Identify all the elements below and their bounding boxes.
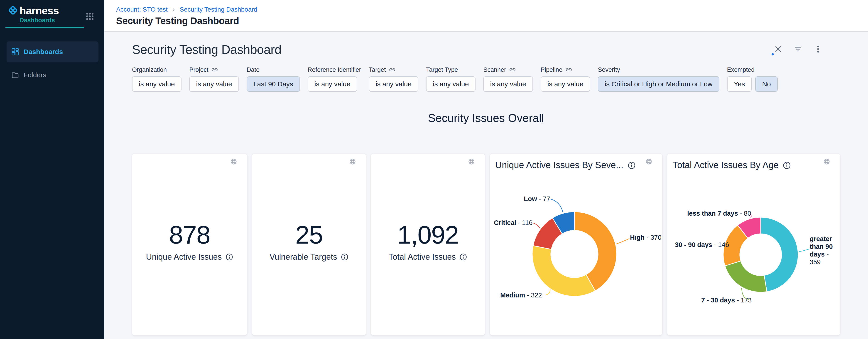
filter-label: Organization (132, 66, 167, 73)
sidebar-item-label: Folders (24, 71, 46, 79)
folder-icon (11, 72, 19, 79)
filter-exempted: Exempted Yes No (727, 66, 778, 92)
close-icon[interactable] (774, 45, 783, 54)
sidebar-divider (5, 27, 84, 28)
app-window: harness Dashboards (0, 0, 868, 339)
filter-label: Reference Identifier (308, 66, 361, 73)
filter-project: Project is any value (189, 66, 239, 92)
main-area: Account: STO test › Security Testing Das… (104, 0, 868, 339)
filter-chip-pipeline[interactable]: is any value (540, 76, 590, 92)
stat-value: 1,092 (397, 221, 459, 249)
stat-card-vulnerable-targets: 25 Vulnerable Targets (252, 153, 366, 335)
filter-chip-severity[interactable]: is Critical or High or Medium or Low (598, 76, 719, 92)
chart-card-age: Total Active Issues By Age less than 7 d… (667, 153, 840, 335)
filter-icon[interactable] (794, 45, 803, 54)
breadcrumb-current-link[interactable]: Security Testing Dashboard (180, 6, 257, 13)
stat-label: Vulnerable Targets (270, 252, 337, 262)
filter-label: Project (189, 66, 208, 73)
filter-label: Scanner (483, 66, 506, 73)
filter-chip-target[interactable]: is any value (369, 76, 418, 92)
harness-logo-icon (7, 4, 19, 16)
logo-row: harness Dashboards (0, 0, 104, 24)
sidebar-nav: Dashboards Folders (0, 41, 104, 85)
info-icon[interactable] (341, 253, 348, 261)
filter-chip-date[interactable]: Last 90 Days (247, 76, 300, 92)
info-icon[interactable] (225, 253, 233, 261)
slice-label-less-than-7-days: less than 7 days - 80 (687, 209, 751, 217)
slice-label-30-90-days: 30 - 90 days - 146 (675, 241, 729, 249)
globe-icon[interactable] (349, 158, 356, 165)
slice-label-greater-than-90-days: greater than 90 days - 359 (810, 235, 837, 266)
filter-chip-scanner[interactable]: is any value (483, 76, 533, 92)
sidebar-item-label: Dashboards (24, 48, 63, 56)
stat-card-total-active-issues: 1,092 Total Active Issues (371, 153, 485, 335)
filter-bar: Organization is any value Project is any… (132, 66, 868, 92)
breadcrumb: Account: STO test › Security Testing Das… (116, 5, 868, 13)
sidebar: harness Dashboards (0, 0, 104, 339)
dashboard-content: Security Testing Dashboard Organization … (104, 32, 868, 339)
filter-chip-project[interactable]: is any value (189, 76, 239, 92)
filter-chip-reference-identifier[interactable]: is any value (308, 76, 357, 92)
stat-label: Total Active Issues (389, 252, 456, 262)
section-title: Security Issues Overall (132, 112, 840, 124)
filter-organization: Organization is any value (132, 66, 182, 92)
filter-label: Exempted (727, 66, 755, 73)
breadcrumb-separator: › (173, 5, 175, 13)
filter-target: Target is any value (369, 66, 418, 92)
filter-label: Date (247, 66, 259, 73)
filter-label: Target Type (426, 66, 458, 73)
cards-row: 878 Unique Active Issues 25 Vulnerable T… (132, 153, 868, 335)
panel-actions (774, 45, 823, 54)
link-icon (389, 66, 396, 73)
pointer-dot (772, 53, 774, 55)
app-grid-icon[interactable] (86, 12, 94, 21)
sidebar-item-dashboards[interactable]: Dashboards (7, 41, 98, 62)
filter-date: Date Last 90 Days (247, 66, 300, 92)
link-icon (509, 66, 516, 73)
chart-card-severity: Unique Active Issues By Seve... Low - 77… (490, 153, 662, 335)
kebab-menu-icon[interactable] (813, 45, 823, 54)
link-icon (566, 66, 572, 73)
dashboards-icon (11, 48, 19, 55)
filter-chip-exempted-yes[interactable]: Yes (727, 76, 752, 92)
filter-chip-organization[interactable]: is any value (132, 76, 182, 92)
slice-label-low: Low - 77 (524, 195, 550, 203)
link-icon (212, 66, 218, 73)
page-title: Security Testing Dashboard (116, 16, 868, 26)
slice-label-critical: Critical - 116 (494, 219, 532, 227)
filter-target-type: Target Type is any value (426, 66, 475, 92)
globe-icon[interactable] (468, 158, 475, 165)
filter-label: Target (369, 66, 386, 73)
breadcrumb-account-link[interactable]: Account: STO test (116, 6, 168, 13)
filter-chip-exempted-no[interactable]: No (755, 76, 777, 92)
slice-label-7-30-days: 7 - 30 days - 173 (701, 296, 752, 304)
info-icon[interactable] (459, 253, 467, 261)
sidebar-item-folders[interactable]: Folders (7, 64, 98, 85)
severity-donut-chart[interactable] (490, 153, 662, 335)
stat-label: Unique Active Issues (146, 252, 222, 262)
filter-pipeline: Pipeline is any value (540, 66, 590, 92)
stat-value: 25 (296, 221, 323, 249)
stat-card-unique-active-issues: 878 Unique Active Issues (132, 153, 247, 335)
filter-reference-identifier: Reference Identifier is any value (308, 66, 361, 92)
stat-value: 878 (169, 221, 210, 249)
filter-severity: Severity is Critical or High or Medium o… (598, 66, 719, 92)
slice-label-high: High - 370 (630, 233, 661, 241)
filter-chip-target-type[interactable]: is any value (426, 76, 475, 92)
slice-label-medium: Medium - 322 (500, 291, 542, 299)
filter-label: Severity (598, 66, 620, 73)
filter-scanner: Scanner is any value (483, 66, 533, 92)
dashboard-panel-title: Security Testing Dashboard (132, 43, 868, 56)
top-header: Account: STO test › Security Testing Das… (104, 0, 868, 32)
globe-icon[interactable] (230, 158, 237, 165)
filter-label: Pipeline (540, 66, 562, 73)
